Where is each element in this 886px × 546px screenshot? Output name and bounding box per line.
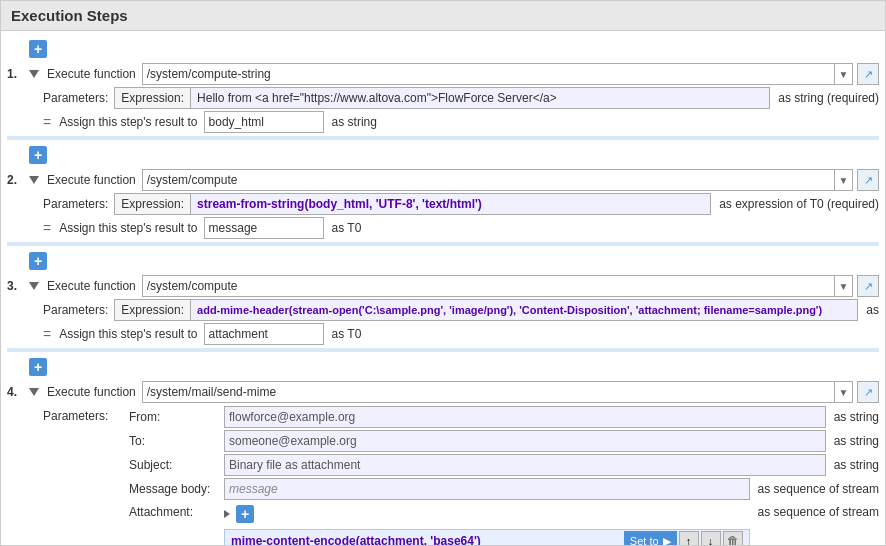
step-4-collapse-icon[interactable]: [29, 387, 43, 398]
step-1-header-row: 1. Execute function ▼ ↗: [7, 63, 879, 85]
step-4-subject-row: Subject: as string: [129, 454, 879, 476]
step-4-from-row: From: as string: [129, 406, 879, 428]
set-to-arrow-icon: ▶: [663, 535, 671, 546]
step-3-params-label: Parameters:: [43, 303, 108, 317]
step-1-equals: =: [43, 114, 51, 130]
mime-encode-row: mime-content-encode(attachment, 'base64'…: [224, 529, 750, 545]
step-3-type-label: as: [866, 303, 879, 317]
step-4-msgbody-type: as sequence of stream: [758, 482, 879, 496]
step-2-block: 2. Execute function ▼ ↗ Parameters: Expr…: [7, 169, 879, 239]
step-3-assign-input[interactable]: [204, 323, 324, 345]
step-1-expr-label: Expression:: [114, 87, 191, 109]
step-4-to-row: To: as string: [129, 430, 879, 452]
step-1-collapse-icon[interactable]: [29, 69, 43, 80]
divider-2: [7, 242, 879, 246]
step-4-dropdown-button[interactable]: ▼: [835, 381, 853, 403]
add-step-top-button[interactable]: +: [29, 40, 47, 58]
step-2-number: 2.: [7, 173, 29, 187]
add-step-1-button[interactable]: +: [29, 146, 47, 164]
step-3-collapse-icon[interactable]: [29, 281, 43, 292]
step-1-block: 1. Execute function ▼ ↗ Parameters: Expr…: [7, 63, 879, 133]
down-arrow-icon: ↓: [708, 535, 714, 545]
step-4-attachment-label: Attachment:: [129, 502, 224, 519]
step-4-func-input[interactable]: [142, 381, 835, 403]
step-1-dropdown-button[interactable]: ▼: [835, 63, 853, 85]
add-step-3-button[interactable]: +: [29, 358, 47, 376]
step-4-attachment-type: as sequence of stream: [758, 502, 879, 519]
step-2-params-label: Parameters:: [43, 197, 108, 211]
step-3-assign-row: = Assign this step's result to as T0: [43, 323, 879, 345]
attachment-collapse-icon[interactable]: [224, 507, 230, 521]
step-1-link-button[interactable]: ↗: [857, 63, 879, 85]
step-2-link-button[interactable]: ↗: [857, 169, 879, 191]
step-1-assign-input[interactable]: [204, 111, 324, 133]
step-2-params-outer: Expression: as expression of T0 (require…: [114, 193, 879, 215]
steps-container: + 1. Execute function ▼ ↗ Parameters: Ex…: [1, 31, 885, 545]
step-3-expr-input[interactable]: [191, 299, 858, 321]
step-4-subject-input[interactable]: [224, 454, 826, 476]
step-2-func-input[interactable]: [142, 169, 835, 191]
step-3-equals: =: [43, 326, 51, 342]
step-4-func-label: Execute function: [47, 385, 136, 399]
step-4-header-row: 4. Execute function ▼ ↗: [7, 381, 879, 403]
step-4-attachment-row: Attachment: + mime-content-encode(attach…: [129, 502, 879, 545]
page-title: Execution Steps: [1, 1, 885, 31]
step-2-dropdown-button[interactable]: ▼: [835, 169, 853, 191]
step-3-expr-label: Expression:: [114, 299, 191, 321]
step-3-assign-type: as T0: [332, 327, 362, 341]
step-3-link-button[interactable]: ↗: [857, 275, 879, 297]
step-1-func-input[interactable]: [142, 63, 835, 85]
step-1-assign-type: as string: [332, 115, 377, 129]
step-4-from-input[interactable]: [224, 406, 826, 428]
chevron-down-icon: ▼: [839, 69, 849, 80]
step-4-msgbody-input[interactable]: [224, 478, 750, 500]
up-arrow-icon: ↑: [686, 535, 692, 545]
step-4-params-label: Parameters:: [43, 406, 123, 423]
step-4-msgbody-label: Message body:: [129, 482, 224, 496]
step-2-collapse-icon[interactable]: [29, 175, 43, 186]
external-link-icon-3: ↗: [864, 280, 873, 293]
step-1-assign-label: Assign this step's result to: [59, 115, 197, 129]
step-1-assign-row: = Assign this step's result to as string: [43, 111, 879, 133]
step-3-func-input[interactable]: [142, 275, 835, 297]
delete-mime-button[interactable]: 🗑: [723, 531, 743, 545]
step-3-dropdown-button[interactable]: ▼: [835, 275, 853, 297]
step-3-params-outer: Expression: as: [114, 299, 879, 321]
divider-3: [7, 348, 879, 352]
step-4-number: 4.: [7, 385, 29, 399]
move-up-button[interactable]: ↑: [679, 531, 699, 545]
step-4-attachment-content: + mime-content-encode(attachment, 'base6…: [224, 502, 750, 545]
step-2-assign-label: Assign this step's result to: [59, 221, 197, 235]
step-4-subject-type: as string: [834, 458, 879, 472]
step-2-type-label: as expression of T0 (required): [719, 197, 879, 211]
step-1-params-outer: Expression: as string (required): [114, 87, 879, 109]
set-to-button[interactable]: Set to ▶: [624, 531, 677, 545]
chevron-down-icon-2: ▼: [839, 175, 849, 186]
step-4-block: 4. Execute function ▼ ↗ Parameters: From…: [7, 381, 879, 545]
add-attachment-button[interactable]: +: [236, 505, 254, 523]
step-4-from-label: From:: [129, 410, 224, 424]
add-step-2-button[interactable]: +: [29, 252, 47, 270]
step-2-expr-input[interactable]: [191, 193, 711, 215]
step-4-to-type: as string: [834, 434, 879, 448]
divider-1: [7, 136, 879, 140]
step-3-block: 3. Execute function ▼ ↗ Parameters: Expr…: [7, 275, 879, 345]
step-4-from-type: as string: [834, 410, 879, 424]
move-down-button[interactable]: ↓: [701, 531, 721, 545]
mime-expr-text: mime-content-encode(attachment, 'base64'…: [231, 534, 618, 545]
step-1-params-label: Parameters:: [43, 91, 108, 105]
external-link-icon-2: ↗: [864, 174, 873, 187]
step-1-expr-input[interactable]: [191, 87, 770, 109]
step-4-attachment-triangle-row: +: [224, 502, 750, 526]
step-4-params-fields: From: as string To: as string Subject:: [129, 406, 879, 545]
step-1-func-label: Execute function: [47, 67, 136, 81]
step-3-number: 3.: [7, 279, 29, 293]
step-4-link-button[interactable]: ↗: [857, 381, 879, 403]
set-to-label: Set to: [630, 535, 659, 545]
step-2-assign-input[interactable]: [204, 217, 324, 239]
step-4-subject-label: Subject:: [129, 458, 224, 472]
external-link-icon-4: ↗: [864, 386, 873, 399]
step-2-assign-type: as T0: [332, 221, 362, 235]
step-4-to-input[interactable]: [224, 430, 826, 452]
step-1-number: 1.: [7, 67, 29, 81]
